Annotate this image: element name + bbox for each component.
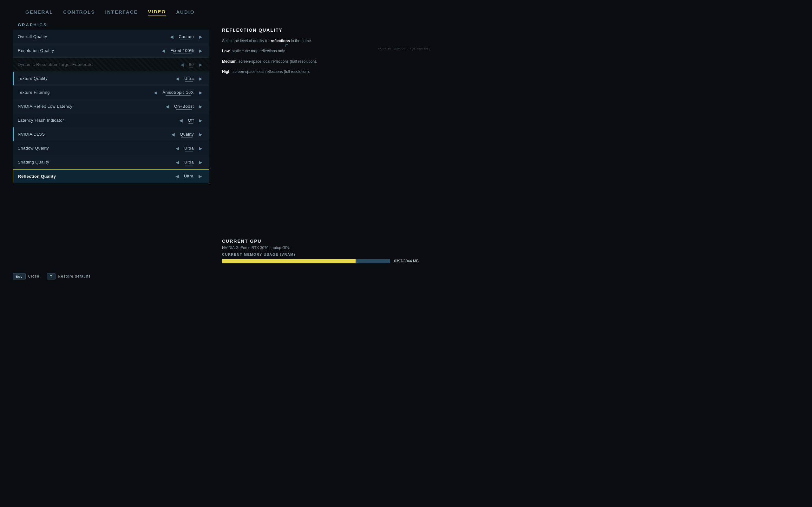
arrow-left-shadow-quality[interactable]: ◀	[174, 145, 181, 152]
main-layout: GRAPHICS Overall Quality ◀ Custom ▶ Reso…	[0, 22, 444, 270]
arrow-left-reflection-quality[interactable]: ◀	[173, 173, 181, 180]
nav-item-general[interactable]: GENERAL	[26, 9, 53, 16]
setting-control-overall-quality: ◀ Custom ▶	[168, 33, 204, 40]
right-panel: REFLECTION QUALITY Select the level of q…	[209, 22, 432, 270]
section-title: GRAPHICS	[13, 22, 209, 27]
key-badge: Esc	[13, 273, 26, 279]
info-panel-title: REFLECTION QUALITY	[222, 27, 419, 33]
gpu-vram-label: CURRENT MEMORY USAGE (VRAM)	[222, 252, 419, 257]
arrow-right-nvidia-dlss[interactable]: ▶	[197, 131, 204, 138]
setting-name-shading-quality: Shading Quality	[18, 160, 174, 164]
arrow-left-overall-quality[interactable]: ◀	[168, 33, 175, 40]
setting-control-dynamic-resolution: ◀ 60 ▶	[179, 61, 204, 68]
arrow-left-dynamic-resolution[interactable]: ◀	[179, 61, 186, 68]
left-panel: GRAPHICS Overall Quality ◀ Custom ▶ Reso…	[13, 22, 209, 270]
arrow-right-overall-quality[interactable]: ▶	[197, 33, 204, 40]
arrow-right-shadow-quality[interactable]: ▶	[197, 145, 204, 152]
vram-text: 6397/8044 MB	[394, 259, 419, 263]
setting-value-nvidia-reflex: On+Boost	[174, 103, 194, 110]
setting-name-shadow-quality: Shadow Quality	[18, 146, 174, 151]
vram-unit: MB	[413, 259, 419, 263]
setting-value-shadow-quality: Ultra	[184, 145, 194, 152]
vram-bar-container: 6397/8044 MB	[222, 259, 419, 263]
arrow-left-nvidia-reflex[interactable]: ◀	[164, 103, 171, 110]
arrow-right-resolution-quality[interactable]: ▶	[197, 47, 204, 54]
gpu-name: NVIDIA GeForce RTX 3070 Laptop GPU	[222, 245, 419, 250]
info-para-3: Medium: screen-space local reflections (…	[222, 58, 419, 65]
setting-value-latency-flash: Off	[188, 117, 194, 124]
setting-value-reflection-quality: Ultra	[184, 173, 194, 179]
vram-bar	[222, 259, 390, 263]
setting-value-dynamic-resolution: 60	[189, 61, 194, 68]
setting-row-shading-quality[interactable]: Shading Quality ◀ Ultra ▶	[13, 155, 209, 169]
corner-decoration-tl	[286, 44, 288, 47]
bottom-bar: Esc Close Y Restore defaults	[0, 268, 444, 285]
nav-item-controls[interactable]: CONTROLS	[63, 9, 95, 16]
arrow-right-nvidia-reflex[interactable]: ▶	[197, 103, 204, 110]
arrow-left-texture-quality[interactable]: ◀	[174, 75, 181, 82]
setting-row-resolution-quality[interactable]: Resolution Quality ◀ Fixed 100% ▶	[13, 44, 209, 58]
setting-value-shading-quality: Ultra	[184, 159, 194, 165]
setting-name-texture-quality: Texture Quality	[18, 76, 174, 81]
setting-value-texture-quality: Ultra	[184, 75, 194, 82]
nav-item-audio[interactable]: AUDIO	[176, 9, 194, 16]
setting-control-texture-quality: ◀ Ultra ▶	[174, 75, 204, 82]
setting-name-nvidia-reflex: NVIDIA Reflex Low Latency	[18, 104, 164, 109]
setting-name-nvidia-dlss: NVIDIA DLSS	[18, 132, 169, 136]
settings-list: Overall Quality ◀ Custom ▶ Resolution Qu…	[13, 30, 209, 183]
setting-name-latency-flash: Latency Flash Indicator	[18, 118, 177, 123]
arrow-right-texture-quality[interactable]: ▶	[197, 75, 204, 82]
gpu-title: CURRENT GPU	[222, 239, 419, 244]
arrow-left-shading-quality[interactable]: ◀	[174, 159, 181, 166]
arrow-right-texture-filtering[interactable]: ▶	[197, 89, 204, 96]
setting-control-nvidia-reflex: ◀ On+Boost ▶	[164, 103, 204, 110]
setting-name-reflection-quality: Reflection Quality	[18, 174, 173, 179]
setting-control-latency-flash: ◀ Off ▶	[177, 117, 204, 124]
setting-control-shading-quality: ◀ Ultra ▶	[174, 159, 204, 166]
key-action-y[interactable]: Y Restore defaults	[47, 273, 91, 279]
setting-row-texture-quality[interactable]: Texture Quality ◀ Ultra ▶	[13, 72, 209, 86]
arrow-left-latency-flash[interactable]: ◀	[177, 117, 185, 124]
info-para-1: Select the level of quality for reflecti…	[222, 38, 419, 44]
arrow-right-dynamic-resolution[interactable]: ▶	[197, 61, 204, 68]
setting-value-resolution-quality: Fixed 100%	[170, 48, 194, 54]
setting-row-nvidia-reflex[interactable]: NVIDIA Reflex Low Latency ◀ On+Boost ▶	[13, 100, 209, 113]
key-badge: Y	[47, 273, 55, 279]
setting-control-nvidia-dlss: ◀ Quality ▶	[169, 131, 204, 138]
setting-name-dynamic-resolution: Dynamic Resolution Target Framerate	[18, 62, 179, 67]
setting-value-nvidia-dlss: Quality	[180, 131, 194, 137]
setting-name-overall-quality: Overall Quality	[18, 34, 168, 39]
key-action-esc[interactable]: Esc Close	[13, 273, 39, 279]
setting-control-shadow-quality: ◀ Ultra ▶	[174, 145, 204, 152]
setting-row-texture-filtering[interactable]: Texture Filtering ◀ Anisotropic 16X ▶	[13, 86, 209, 100]
gpu-box: CURRENT GPU NVIDIA GeForce RTX 3070 Lapt…	[222, 239, 419, 270]
arrow-right-reflection-quality[interactable]: ▶	[197, 173, 204, 180]
key-label: Close	[28, 274, 40, 279]
top-nav: GENERALCONTROLSINTERFACEVIDEOAUDIO	[0, 0, 444, 22]
setting-row-shadow-quality[interactable]: Shadow Quality ◀ Ultra ▶	[13, 141, 209, 155]
arrow-left-texture-filtering[interactable]: ◀	[152, 89, 159, 96]
setting-control-resolution-quality: ◀ Fixed 100% ▶	[160, 47, 204, 54]
setting-control-texture-filtering: ◀ Anisotropic 16X ▶	[152, 89, 204, 96]
setting-row-latency-flash[interactable]: Latency Flash Indicator ◀ Off ▶	[13, 113, 209, 127]
info-box: REFLECTION QUALITY Select the level of q…	[222, 22, 419, 79]
setting-control-reflection-quality: ◀ Ultra ▶	[173, 173, 204, 180]
vram-total-value: 8044	[403, 259, 412, 263]
arrow-right-latency-flash[interactable]: ▶	[197, 117, 204, 124]
setting-row-reflection-quality[interactable]: Reflection Quality ◀ Ultra ▶	[13, 169, 209, 183]
setting-row-overall-quality[interactable]: Overall Quality ◀ Custom ▶	[13, 30, 209, 44]
tech-text: EA:0x1B5/ WxMIO6 D SGL-RNG836V	[378, 47, 431, 50]
setting-name-texture-filtering: Texture Filtering	[18, 90, 152, 95]
nav-item-interface[interactable]: INTERFACE	[105, 9, 138, 16]
vram-free	[356, 259, 390, 263]
arrow-left-nvidia-dlss[interactable]: ◀	[169, 131, 177, 138]
setting-row-dynamic-resolution[interactable]: Dynamic Resolution Target Framerate ◀ 60…	[13, 58, 209, 72]
nav-item-video[interactable]: VIDEO	[148, 9, 166, 16]
setting-name-resolution-quality: Resolution Quality	[18, 48, 160, 53]
arrow-left-resolution-quality[interactable]: ◀	[160, 47, 167, 54]
setting-row-nvidia-dlss[interactable]: NVIDIA DLSS ◀ Quality ▶	[13, 127, 209, 141]
arrow-right-shading-quality[interactable]: ▶	[197, 159, 204, 166]
setting-value-texture-filtering: Anisotropic 16X	[162, 89, 194, 96]
vram-used	[222, 259, 356, 263]
setting-value-overall-quality: Custom	[179, 34, 194, 40]
